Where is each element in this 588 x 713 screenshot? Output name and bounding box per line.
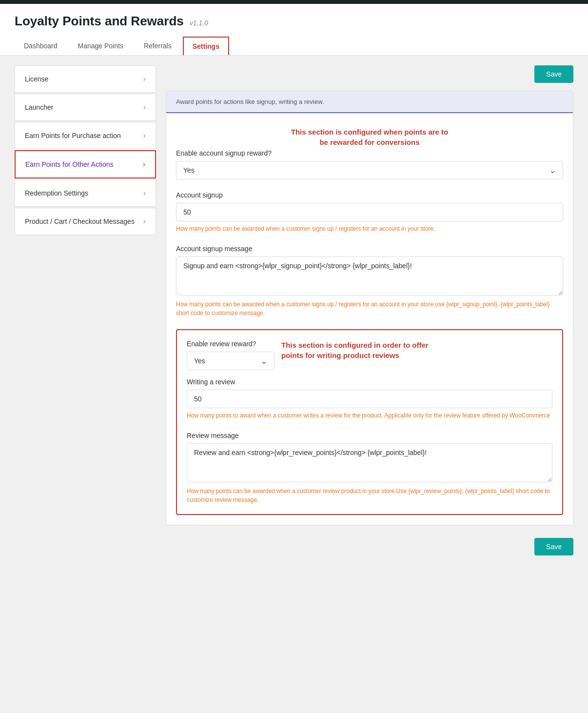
review-reward-label: Enable review reward? — [187, 340, 274, 348]
sidebar-item-earn-purchase[interactable]: Earn Points for Purchase action › — [15, 122, 156, 149]
section1-header-text: Award points for actions like signup, wr… — [176, 98, 563, 105]
app-version: v1.1.0 — [190, 19, 208, 27]
section1-highlight-line1: This section is configured when points a… — [291, 128, 449, 136]
chevron-right-icon: › — [143, 189, 146, 198]
writing-review-group: Writing a review How many points to awar… — [187, 378, 552, 420]
plugin-header: Loyalty Points and Rewards v1.1.0 Dashbo… — [0, 4, 588, 56]
chevron-right-icon: › — [143, 103, 146, 112]
writing-review-hint: How many points to award when a customer… — [187, 411, 552, 420]
tab-settings[interactable]: Settings — [183, 37, 229, 55]
review-reward-select[interactable]: Yes No — [187, 352, 274, 370]
review-highlight-line1: This section is configured in order to o… — [281, 341, 429, 349]
plugin-title: Loyalty Points and Rewards v1.1.0 — [15, 14, 573, 37]
signup-message-textarea[interactable]: Signup and earn <strong>{wlpr_signup_poi… — [176, 257, 563, 296]
signup-reward-label: Enable account signup reward? — [176, 149, 563, 157]
app-title: Loyalty Points and Rewards — [15, 14, 184, 29]
content-area: License › Launcher › Earn Points for Pur… — [0, 56, 588, 575]
signup-message-group: Account signup message Signup and earn <… — [176, 245, 563, 317]
chevron-right-icon: › — [143, 160, 145, 169]
sidebar-item-label: Redemption Settings — [25, 189, 88, 197]
review-section: Enable review reward? Yes No ⌄ — [176, 329, 563, 515]
section1-header: Award points for actions like signup, wr… — [166, 91, 573, 113]
page-wrapper: Loyalty Points and Rewards v1.1.0 Dashbo… — [0, 4, 588, 713]
signup-reward-select-wrapper: Yes No ⌄ — [176, 161, 563, 179]
sidebar-item-license[interactable]: License › — [15, 65, 156, 93]
sidebar-item-label: Launcher — [25, 103, 53, 111]
main-content: Save Award points for actions like signu… — [166, 65, 573, 565]
writing-review-label: Writing a review — [187, 378, 552, 386]
bottom-save-button[interactable]: Save — [534, 538, 573, 555]
top-save-row: Save — [166, 65, 573, 83]
signup-message-label: Account signup message — [176, 245, 563, 253]
sidebar-item-label: Earn Points for Purchase action — [25, 132, 121, 139]
account-signup-label: Account signup — [176, 191, 563, 199]
sidebar-item-product-cart[interactable]: Product / Cart / Checkout Messages › — [15, 208, 156, 235]
sidebar-item-label: License — [25, 75, 48, 83]
sidebar: License › Launcher › Earn Points for Pur… — [15, 65, 156, 236]
review-highlight-line2: points for writing product reviews — [281, 351, 399, 359]
section1-body: This section is configured when points a… — [166, 113, 573, 525]
top-save-button[interactable]: Save — [534, 65, 573, 83]
admin-header — [0, 0, 588, 4]
account-signup-input[interactable] — [176, 203, 563, 221]
review-highlight: This section is configured in order to o… — [281, 340, 429, 362]
signup-reward-select[interactable]: Yes No — [176, 161, 563, 179]
chevron-right-icon: › — [143, 217, 146, 226]
nav-tabs: Dashboard Manage Points Referrals Settin… — [15, 37, 573, 55]
signup-reward-group: Enable account signup reward? Yes No ⌄ — [176, 149, 563, 179]
bottom-save-row: Save — [166, 533, 573, 565]
signup-section-card: Award points for actions like signup, wr… — [166, 91, 573, 525]
review-reward-select-wrapper: Yes No ⌄ — [187, 352, 274, 370]
section1-highlight-line2: be rewarded for conversions — [319, 138, 419, 146]
tab-manage-points[interactable]: Manage Points — [69, 37, 133, 55]
review-reward-left: Enable review reward? Yes No ⌄ — [187, 340, 274, 370]
sidebar-item-label: Product / Cart / Checkout Messages — [25, 218, 135, 225]
account-signup-group: Account signup How many points can be aw… — [176, 191, 563, 233]
account-signup-hint: How many points can be awarded when a cu… — [176, 224, 563, 233]
section1-highlight: This section is configured when points a… — [176, 123, 563, 149]
review-message-textarea[interactable]: Review and earn <strong>{wlpr_review_poi… — [187, 443, 552, 482]
tab-referrals[interactable]: Referrals — [135, 37, 181, 55]
review-header-row: Enable review reward? Yes No ⌄ — [187, 340, 552, 370]
review-message-label: Review message — [187, 432, 552, 439]
review-message-group: Review message Review and earn <strong>{… — [187, 432, 552, 504]
chevron-right-icon: › — [143, 75, 146, 83]
sidebar-item-redemption[interactable]: Redemption Settings › — [15, 179, 156, 207]
writing-review-input[interactable] — [187, 390, 552, 408]
review-message-hint: How many points can be awarded when a cu… — [187, 487, 552, 504]
sidebar-item-label: Earn Points for Other Actions — [25, 160, 114, 168]
sidebar-item-earn-other[interactable]: Earn Points for Other Actions › — [15, 150, 156, 178]
sidebar-item-launcher[interactable]: Launcher › — [15, 94, 156, 121]
chevron-right-icon: › — [143, 131, 146, 140]
tab-dashboard[interactable]: Dashboard — [15, 37, 67, 55]
signup-message-hint: How many points can be awarded when a cu… — [176, 300, 563, 317]
